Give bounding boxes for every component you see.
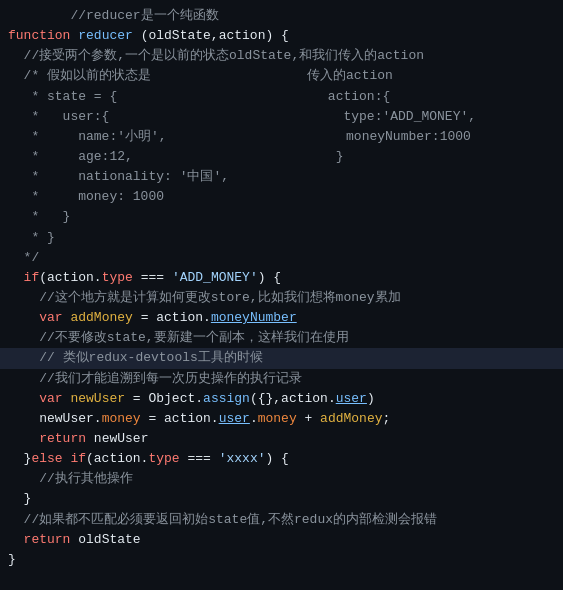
line-26: //如果都不匹配必须要返回初始state值,不然redux的内部检测会报错 [0,510,563,530]
line-22: return newUser [0,429,563,449]
line-27: return oldState [0,530,563,550]
line-16: var addMoney = action.moneyNumber [0,308,563,328]
line-28: } [0,550,563,570]
line-2: function reducer (oldState,action) { [0,26,563,46]
line-11: * } [0,207,563,227]
line-20: var newUser = Object.assign({},action.us… [0,389,563,409]
line-8: * age:12, } [0,147,563,167]
line-25: } [0,489,563,509]
line-7: * name:'小明', moneyNumber:1000 [0,127,563,147]
line-15: //这个地方就是计算如何更改store,比如我们想将money累加 [0,288,563,308]
code-editor: //reducer是一个纯函数 function reducer (oldSta… [0,0,563,590]
line-6: * user:{ type:'ADD_MONEY', [0,107,563,127]
line-19: //我们才能追溯到每一次历史操作的执行记录 [0,369,563,389]
line-12: * } [0,228,563,248]
line-14: if(action.type === 'ADD_MONEY') { [0,268,563,288]
line-18: // 类似redux-devtools工具的时候 [0,348,563,368]
line-17: //不要修改state,要新建一个副本，这样我们在使用 [0,328,563,348]
line-10: * money: 1000 [0,187,563,207]
line-3: //接受两个参数,一个是以前的状态oldState,和我们传入的action [0,46,563,66]
line-23: }else if(action.type === 'xxxx') { [0,449,563,469]
line-24: //执行其他操作 [0,469,563,489]
line-21: newUser.money = action.user.money + addM… [0,409,563,429]
line-13: */ [0,248,563,268]
line-9: * nationality: '中国', [0,167,563,187]
line-1: //reducer是一个纯函数 [0,6,563,26]
line-5: * state = { action:{ [0,87,563,107]
line-4: /* 假如以前的状态是 传入的action [0,66,563,86]
